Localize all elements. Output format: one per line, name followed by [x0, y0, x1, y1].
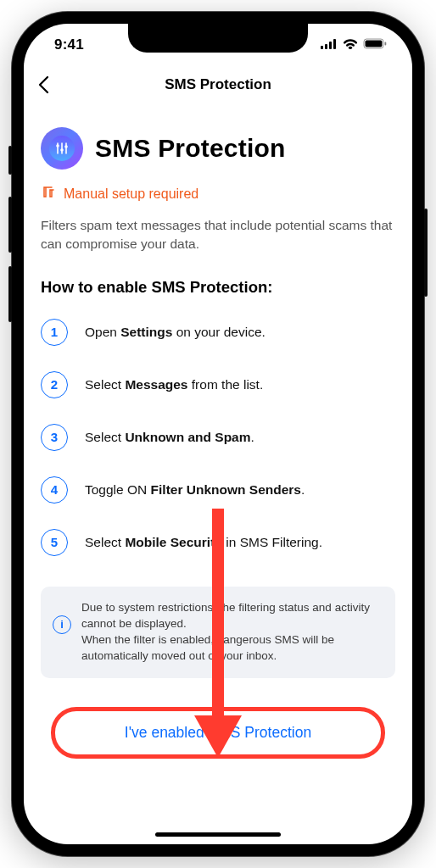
notch [128, 24, 308, 53]
info-icon: i [53, 615, 71, 634]
step-number: 1 [41, 319, 68, 346]
info-box: i Due to system restrictions, the filter… [41, 587, 395, 678]
tools-icon [41, 185, 55, 203]
description-text: Filters spam text messages that include … [41, 216, 395, 254]
home-indicator [155, 832, 281, 837]
page-title: SMS Protection [24, 76, 412, 93]
step-number: 5 [41, 529, 68, 556]
step-number: 4 [41, 476, 68, 504]
warning-banner: Manual setup required [41, 185, 395, 203]
side-button [8, 146, 12, 175]
step-text: Select Mobile Security in SMS Filtering. [85, 535, 322, 550]
step-text: Open Settings on your device. [85, 325, 266, 340]
step-number: 3 [41, 424, 68, 451]
back-button[interactable] [37, 75, 49, 94]
svg-rect-1 [325, 44, 327, 49]
power-button [424, 209, 428, 297]
wifi-icon [343, 36, 358, 53]
enabled-confirmation-button[interactable]: I've enabled SMS Protection [123, 714, 313, 752]
battery-icon [363, 36, 387, 53]
sms-protection-icon [41, 127, 83, 170]
warning-text: Manual setup required [64, 186, 198, 202]
cta-container: I've enabled SMS Protection [41, 714, 395, 752]
step: 2Select Messages from the list. [41, 371, 395, 398]
svg-point-8 [60, 148, 64, 152]
info-text: Due to system restrictions, the filterin… [81, 600, 383, 665]
hero-title: SMS Protection [95, 134, 286, 163]
svg-point-7 [56, 144, 59, 147]
step-text: Select Unknown and Spam. [85, 430, 254, 445]
step: 3Select Unknown and Spam. [41, 424, 395, 451]
chevron-left-icon [37, 75, 49, 94]
svg-rect-3 [333, 39, 336, 49]
svg-point-9 [64, 145, 68, 148]
svg-rect-2 [329, 42, 332, 49]
status-time: 9:41 [54, 36, 84, 53]
screen: 9:41 SMS Protection [24, 24, 412, 844]
svg-rect-5 [366, 41, 383, 47]
cellular-icon [321, 36, 338, 53]
step: 4Toggle ON Filter Unknown Senders. [41, 476, 395, 504]
hero-header: SMS Protection [41, 127, 395, 170]
content-area: SMS Protection Manual setup required Fil… [24, 103, 412, 844]
step: 1Open Settings on your device. [41, 319, 395, 346]
volume-down-button [8, 266, 12, 322]
navigation-bar: SMS Protection [24, 66, 412, 103]
step-text: Select Messages from the list. [85, 377, 263, 392]
step-text: Toggle ON Filter Unknown Senders. [85, 482, 305, 498]
svg-rect-6 [385, 42, 387, 46]
step-number: 2 [41, 371, 68, 398]
step: 5Select Mobile Security in SMS Filtering… [41, 529, 395, 556]
howto-title: How to enable SMS Protection: [41, 278, 395, 297]
svg-rect-0 [321, 46, 323, 49]
volume-up-button [8, 197, 12, 253]
steps-list: 1Open Settings on your device.2Select Me… [41, 319, 395, 556]
device-frame: 9:41 SMS Protection [12, 12, 424, 856]
